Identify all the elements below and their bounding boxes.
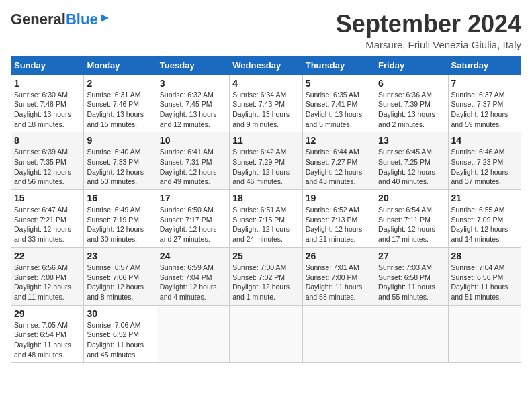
day-number: 24 <box>160 250 226 261</box>
table-row: 26Sunrise: 7:01 AMSunset: 7:00 PMDayligh… <box>302 247 375 305</box>
daylight-text: Daylight: 11 hours and 55 minutes. <box>378 283 435 301</box>
day-number: 3 <box>160 78 226 89</box>
table-row: 8Sunrise: 6:39 AMSunset: 7:35 PMDaylight… <box>11 132 84 190</box>
day-number: 21 <box>451 193 518 203</box>
day-number: 28 <box>451 250 518 261</box>
sunrise-text: Sunrise: 7:06 AM <box>87 321 140 329</box>
sunrise-text: Sunrise: 6:44 AM <box>306 148 359 156</box>
sunset-text: Sunset: 7:35 PM <box>14 158 66 166</box>
day-number: 6 <box>378 78 445 89</box>
day-number: 11 <box>232 135 299 146</box>
table-row: 18Sunrise: 6:51 AMSunset: 7:15 PMDayligh… <box>230 190 302 248</box>
sunrise-text: Sunrise: 7:04 AM <box>451 263 505 271</box>
sunset-text: Sunset: 7:41 PM <box>306 100 358 108</box>
page-header: General Blue September 2024 Marsure, Fri… <box>11 11 521 50</box>
sunset-text: Sunset: 7:21 PM <box>14 216 66 224</box>
logo: General Blue <box>11 11 110 28</box>
day-number: 19 <box>306 193 372 203</box>
table-row: 25Sunrise: 7:00 AMSunset: 7:02 PMDayligh… <box>230 247 302 305</box>
sunrise-text: Sunrise: 6:39 AM <box>14 148 68 156</box>
day-number: 4 <box>232 78 299 89</box>
sunrise-text: Sunrise: 6:45 AM <box>378 148 432 156</box>
location-text: Marsure, Friuli Venezia Giulia, Italy <box>336 39 521 50</box>
day-number: 18 <box>232 193 299 203</box>
sunset-text: Sunset: 7:39 PM <box>378 100 431 108</box>
table-row: 16Sunrise: 6:49 AMSunset: 7:19 PMDayligh… <box>84 190 157 248</box>
sunrise-text: Sunrise: 6:55 AM <box>451 205 505 214</box>
sunset-text: Sunset: 7:29 PM <box>232 158 285 166</box>
daylight-text: Daylight: 11 hours and 51 minutes. <box>451 283 508 301</box>
daylight-text: Daylight: 12 hours and 59 minutes. <box>451 110 508 128</box>
day-number: 22 <box>14 250 81 261</box>
day-number: 10 <box>160 135 226 146</box>
daylight-text: Daylight: 12 hours and 33 minutes. <box>14 225 71 243</box>
day-number: 17 <box>160 193 226 203</box>
col-wednesday: Wednesday <box>230 56 302 75</box>
sunset-text: Sunset: 6:54 PM <box>14 330 66 338</box>
sunrise-text: Sunrise: 6:57 AM <box>87 263 140 271</box>
table-row: 4Sunrise: 6:34 AMSunset: 7:43 PMDaylight… <box>230 75 302 132</box>
table-row: 17Sunrise: 6:50 AMSunset: 7:17 PMDayligh… <box>157 190 229 248</box>
logo-blue-text: Blue <box>66 11 98 28</box>
daylight-text: Daylight: 11 hours and 45 minutes. <box>87 340 144 359</box>
table-row: 11Sunrise: 6:42 AMSunset: 7:29 PMDayligh… <box>230 132 302 190</box>
day-number: 26 <box>306 250 372 261</box>
table-row: 9Sunrise: 6:40 AMSunset: 7:33 PMDaylight… <box>84 132 157 190</box>
sunrise-text: Sunrise: 6:40 AM <box>87 148 140 156</box>
sunset-text: Sunset: 7:02 PM <box>232 273 285 281</box>
daylight-text: Daylight: 11 hours and 48 minutes. <box>14 340 71 359</box>
sunset-text: Sunset: 6:56 PM <box>451 273 504 281</box>
sunset-text: Sunset: 7:25 PM <box>378 158 431 166</box>
table-row: 24Sunrise: 6:59 AMSunset: 7:04 PMDayligh… <box>157 247 229 305</box>
sunrise-text: Sunrise: 7:05 AM <box>14 321 68 329</box>
sunset-text: Sunset: 7:17 PM <box>160 216 212 224</box>
daylight-text: Daylight: 11 hours and 58 minutes. <box>306 283 363 301</box>
sunrise-text: Sunrise: 6:56 AM <box>14 263 68 271</box>
daylight-text: Daylight: 13 hours and 9 minutes. <box>232 110 290 128</box>
day-number: 13 <box>378 135 445 146</box>
sunrise-text: Sunrise: 6:30 AM <box>14 91 68 99</box>
month-title: September 2024 <box>336 11 521 38</box>
daylight-text: Daylight: 12 hours and 21 minutes. <box>306 225 363 243</box>
sunrise-text: Sunrise: 6:41 AM <box>160 148 214 156</box>
day-number: 8 <box>14 135 81 146</box>
daylight-text: Daylight: 13 hours and 5 minutes. <box>306 110 363 128</box>
table-row: 20Sunrise: 6:54 AMSunset: 7:11 PMDayligh… <box>375 190 448 248</box>
daylight-text: Daylight: 12 hours and 37 minutes. <box>451 168 508 186</box>
table-row: 1Sunrise: 6:30 AMSunset: 7:48 PMDaylight… <box>11 75 84 132</box>
sunset-text: Sunset: 7:06 PM <box>87 273 139 281</box>
table-row: 6Sunrise: 6:36 AMSunset: 7:39 PMDaylight… <box>375 75 448 132</box>
day-number: 30 <box>87 308 153 319</box>
logo-general-text: General <box>11 11 66 28</box>
table-row: 28Sunrise: 7:04 AMSunset: 6:56 PMDayligh… <box>448 247 521 305</box>
sunset-text: Sunset: 7:45 PM <box>160 100 212 108</box>
table-row: 15Sunrise: 6:47 AMSunset: 7:21 PMDayligh… <box>11 190 84 248</box>
daylight-text: Daylight: 13 hours and 12 minutes. <box>160 110 217 128</box>
sunset-text: Sunset: 7:11 PM <box>378 216 431 224</box>
daylight-text: Daylight: 12 hours and 53 minutes. <box>87 168 144 186</box>
sunrise-text: Sunrise: 7:03 AM <box>378 263 432 271</box>
sunrise-text: Sunrise: 6:59 AM <box>160 263 214 271</box>
table-row: 14Sunrise: 6:46 AMSunset: 7:23 PMDayligh… <box>448 132 521 190</box>
table-row: 27Sunrise: 7:03 AMSunset: 6:58 PMDayligh… <box>375 247 448 305</box>
day-number: 12 <box>306 135 372 146</box>
daylight-text: Daylight: 12 hours and 8 minutes. <box>87 283 144 301</box>
day-number: 16 <box>87 193 153 203</box>
sunrise-text: Sunrise: 6:54 AM <box>378 205 432 214</box>
sunset-text: Sunset: 7:08 PM <box>14 273 66 281</box>
sunrise-text: Sunrise: 6:51 AM <box>232 205 286 214</box>
sunset-text: Sunset: 7:09 PM <box>451 216 504 224</box>
daylight-text: Daylight: 13 hours and 18 minutes. <box>14 110 71 128</box>
col-thursday: Thursday <box>302 56 375 75</box>
day-number: 9 <box>87 135 153 146</box>
col-saturday: Saturday <box>448 56 521 75</box>
daylight-text: Daylight: 12 hours and 30 minutes. <box>87 225 144 243</box>
sunset-text: Sunset: 7:46 PM <box>87 100 139 108</box>
table-row: 10Sunrise: 6:41 AMSunset: 7:31 PMDayligh… <box>157 132 229 190</box>
sunrise-text: Sunrise: 6:46 AM <box>451 148 505 156</box>
table-row: 2Sunrise: 6:31 AMSunset: 7:46 PMDaylight… <box>84 75 157 132</box>
sunrise-text: Sunrise: 6:49 AM <box>87 205 140 214</box>
calendar-week-row: 1Sunrise: 6:30 AMSunset: 7:48 PMDaylight… <box>11 75 521 132</box>
sunset-text: Sunset: 7:19 PM <box>87 216 139 224</box>
sunset-text: Sunset: 7:33 PM <box>87 158 139 166</box>
